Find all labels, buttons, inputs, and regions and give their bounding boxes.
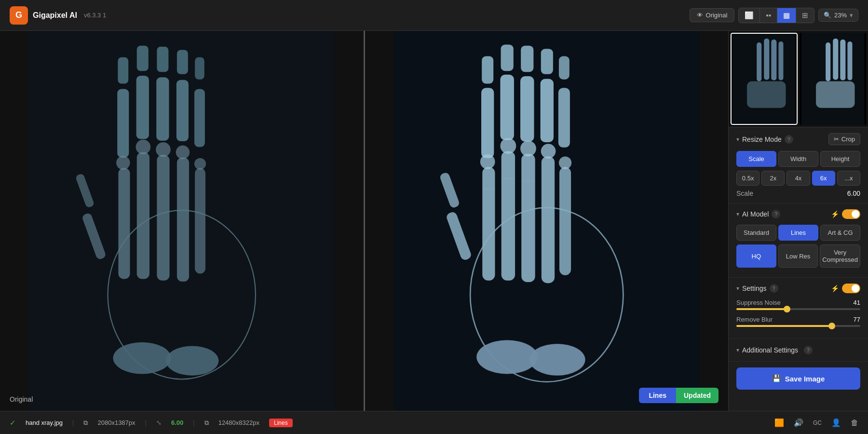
width-tab[interactable]: Width <box>778 151 818 167</box>
remove-blur-row: Remove Blur 77 <box>736 316 860 323</box>
svg-rect-65 <box>847 41 852 80</box>
svg-point-20 <box>176 145 190 159</box>
additional-settings-row[interactable]: ▾ Additional Settings ? <box>729 339 868 362</box>
suppress-noise-section: Suppress Noise 41 Remove Blur 77 <box>736 299 860 327</box>
svg-rect-5 <box>177 158 189 282</box>
svg-point-19 <box>156 142 171 157</box>
crop-icon: ✂ <box>834 136 839 143</box>
preview-thumb-1[interactable] <box>731 33 798 125</box>
scale-btn-group: 0.5x 2x 4x 6x ...x <box>736 171 860 186</box>
settings-right: ⚡ <box>831 284 860 293</box>
original-btn[interactable]: 👁 Original <box>690 8 735 22</box>
status-output-dims: 12480x8322px <box>218 419 259 426</box>
lines-tab[interactable]: Lines <box>778 225 818 241</box>
additional-help-btn[interactable]: ? <box>804 346 813 354</box>
view-side-by-side[interactable]: ▦ <box>777 8 796 23</box>
svg-rect-45 <box>558 56 569 80</box>
status-user-icon[interactable]: 👤 <box>831 418 841 427</box>
resize-mode-title: Resize Mode <box>742 136 782 143</box>
svg-point-21 <box>194 158 206 170</box>
statusbar: ✓ hand xray.jpg | ⧉ 2080x1387px | ⤡ 6.00… <box>0 411 868 434</box>
status-color-icon[interactable]: 🟧 <box>774 418 784 427</box>
scale-icon: ⤡ <box>156 419 162 426</box>
save-image-button[interactable]: 💾 Save Image <box>736 367 860 390</box>
ai-model-title: AI Model <box>742 210 769 218</box>
svg-rect-66 <box>816 81 854 108</box>
view-split[interactable]: ▪▪ <box>760 8 777 23</box>
suppress-noise-fill <box>736 308 787 310</box>
remove-blur-thumb[interactable] <box>828 323 835 329</box>
status-audio-icon[interactable]: 🔊 <box>794 418 803 427</box>
preview-thumb-2[interactable] <box>800 33 867 125</box>
app-version: v6.3.3 1 <box>84 12 106 19</box>
app-name: Gigapixel AI <box>33 11 77 20</box>
scale-tab[interactable]: Scale <box>736 151 776 167</box>
svg-rect-38 <box>520 76 534 142</box>
svg-rect-39 <box>540 79 553 142</box>
main-area: Original <box>0 31 868 411</box>
scale-2x[interactable]: 2x <box>761 171 785 186</box>
ai-help-btn[interactable]: ? <box>772 210 780 218</box>
svg-rect-29 <box>501 151 515 281</box>
topbar-controls: 👁 Original ⬜ ▪▪ ▦ ⊞ 🔍 23% ▾ <box>690 8 858 23</box>
svg-rect-64 <box>840 40 845 80</box>
scale-custom[interactable]: ...x <box>837 171 860 186</box>
resize-tab-group: Scale Width Height <box>736 151 860 167</box>
additional-settings-label: Additional Settings <box>742 346 798 354</box>
ai-right: ⚡ <box>831 209 860 219</box>
svg-rect-30 <box>521 154 535 282</box>
suppress-noise-track[interactable] <box>736 308 860 310</box>
status-model-badge: Lines <box>269 419 293 427</box>
status-filename: hand xray.jpg <box>26 419 63 426</box>
ai-sub-tab-group: HQ Low Res Very Compressed <box>736 244 860 268</box>
crop-button[interactable]: ✂ Crop <box>828 133 860 145</box>
hq-tab[interactable]: HQ <box>736 244 776 268</box>
art-cg-tab[interactable]: Art & CG <box>820 225 860 241</box>
low-res-tab[interactable]: Low Res <box>778 244 818 268</box>
suppress-noise-value: 41 <box>854 299 860 306</box>
height-tab[interactable]: Height <box>820 151 860 167</box>
ai-chevron-icon: ▾ <box>736 211 739 217</box>
svg-rect-12 <box>118 57 128 84</box>
zoom-chevron-icon: ▾ <box>850 12 853 19</box>
eye-icon: 👁 <box>697 12 703 19</box>
svg-point-22 <box>113 342 171 374</box>
scale-6x[interactable]: 6x <box>812 171 835 186</box>
ai-model-section: ▾ AI Model ? ⚡ Standard Lines Art & CG <box>729 203 868 278</box>
suppress-noise-thumb[interactable] <box>784 306 790 312</box>
original-label: Original <box>10 395 33 403</box>
view-grid[interactable]: ⊞ <box>796 8 814 23</box>
resize-mode-section: ▾ Resize Mode ? ✂ Crop Scale Width Heigh… <box>729 127 868 203</box>
ai-toggle[interactable] <box>842 209 860 219</box>
remove-blur-track[interactable] <box>736 325 860 327</box>
input-dims-icon: ⧉ <box>83 419 88 427</box>
zoom-level: 23% <box>834 12 847 19</box>
svg-rect-58 <box>771 40 776 80</box>
settings-toggle[interactable] <box>842 284 860 293</box>
settings-section: ▾ Settings ? ⚡ Suppress Noise 41 <box>729 278 868 339</box>
status-divider-3: | <box>193 419 194 426</box>
status-gc-btn[interactable]: GC <box>813 420 822 426</box>
svg-rect-16 <box>195 57 204 80</box>
settings-help-btn[interactable]: ? <box>770 284 778 293</box>
status-delete-icon[interactable]: 🗑 <box>851 419 858 427</box>
scale-value-row: Scale 6.00 <box>736 190 860 197</box>
very-compressed-tab[interactable]: Very Compressed <box>820 244 860 268</box>
svg-rect-60 <box>747 81 786 108</box>
scale-0_5x[interactable]: 0.5x <box>736 171 760 186</box>
status-divider-2: | <box>145 419 147 426</box>
output-dims-icon: ⧉ <box>204 419 209 427</box>
svg-rect-3 <box>137 152 149 279</box>
remove-blur-label: Remove Blur <box>736 316 773 323</box>
resize-help-btn[interactable]: ? <box>785 135 793 144</box>
svg-rect-63 <box>833 39 838 80</box>
view-single[interactable]: ⬜ <box>739 8 760 23</box>
image-viewport: Original <box>0 31 728 411</box>
standard-tab[interactable]: Standard <box>736 225 776 241</box>
settings-toggle-wrap: ⚡ <box>831 284 860 293</box>
xray-container: Original <box>0 31 728 411</box>
scale-4x[interactable]: 4x <box>787 171 810 186</box>
svg-rect-9 <box>156 77 169 140</box>
split-divider[interactable] <box>364 31 365 411</box>
svg-point-52 <box>529 344 585 376</box>
